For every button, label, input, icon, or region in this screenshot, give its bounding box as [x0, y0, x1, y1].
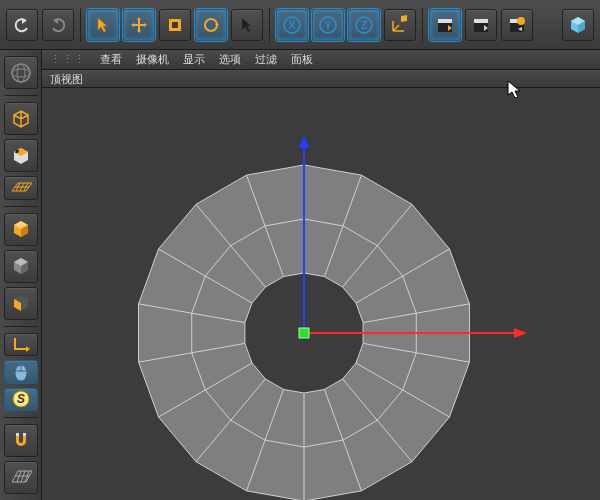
rotate-icon — [201, 15, 221, 35]
z-icon: Z — [354, 15, 374, 35]
menu-panel[interactable]: 面板 — [291, 52, 313, 67]
svg-rect-1 — [172, 22, 178, 28]
svg-rect-11 — [438, 19, 452, 23]
z-axis-button[interactable]: Z — [348, 9, 380, 41]
anim-b-button[interactable] — [465, 9, 497, 41]
checker-icon — [10, 145, 32, 167]
cube-wire-icon — [10, 108, 32, 130]
checker-button[interactable] — [4, 139, 38, 172]
svg-text:Y: Y — [324, 19, 332, 31]
divider — [4, 326, 38, 327]
x-axis-button[interactable]: X — [276, 9, 308, 41]
clapper-gear-icon — [507, 15, 527, 35]
viewport-label: 顶视图 — [42, 70, 600, 88]
menu-options[interactable]: 选项 — [219, 52, 241, 67]
select-tool-button[interactable] — [87, 9, 119, 41]
svg-text:Z: Z — [361, 19, 368, 31]
svg-text:X: X — [288, 19, 296, 31]
cube-cyan-icon — [567, 14, 589, 36]
viewport-canvas[interactable] — [42, 88, 600, 500]
s-circle-icon: S — [12, 390, 30, 408]
svg-rect-48 — [299, 328, 309, 338]
cursor-dark-icon — [237, 15, 257, 35]
move-icon — [129, 15, 149, 35]
viewport: ⋮⋮⋮ 查看 摄像机 显示 选项 过滤 面板 顶视图 — [42, 50, 600, 500]
x-icon: X — [282, 15, 302, 35]
globe-icon — [9, 61, 33, 85]
workplane-button[interactable] — [4, 461, 38, 494]
mouse-mode-button[interactable] — [4, 360, 38, 383]
move-tool-button[interactable] — [123, 9, 155, 41]
rotate-tool-button[interactable] — [195, 9, 227, 41]
menu-camera[interactable]: 摄像机 — [136, 52, 169, 67]
grid-gray-icon — [10, 468, 32, 486]
y-icon: Y — [318, 15, 338, 35]
object-mode-button[interactable] — [4, 250, 38, 283]
axis-handle-button[interactable] — [4, 333, 38, 356]
floor-button[interactable] — [4, 176, 38, 199]
redo-button[interactable] — [42, 9, 74, 41]
svg-rect-27 — [23, 433, 26, 436]
undo-icon — [12, 15, 32, 35]
magnet-button[interactable] — [4, 424, 38, 457]
anim-c-button[interactable] — [501, 9, 533, 41]
svg-rect-26 — [16, 433, 19, 436]
y-axis-button[interactable]: Y — [312, 9, 344, 41]
cursor-icon — [93, 15, 113, 35]
geometry-svg — [42, 88, 600, 500]
poly-mode-button[interactable] — [4, 287, 38, 320]
cube-gray-icon — [10, 255, 32, 277]
model-mode-button[interactable] — [4, 213, 38, 246]
scale-tool-button[interactable] — [159, 9, 191, 41]
cube-face-icon — [10, 292, 32, 314]
separator — [80, 8, 81, 42]
cube-orange-icon — [10, 218, 32, 240]
left-toolbar: S — [0, 50, 42, 500]
lasso-tool-button[interactable] — [231, 9, 263, 41]
svg-point-16 — [517, 17, 525, 25]
svg-rect-9 — [401, 15, 407, 22]
globe-button[interactable] — [4, 56, 38, 89]
svg-point-17 — [12, 64, 30, 82]
menu-display[interactable]: 显示 — [183, 52, 205, 67]
menu-grip-icon[interactable]: ⋮⋮⋮ — [50, 53, 86, 66]
anim-a-button[interactable] — [429, 9, 461, 41]
divider — [4, 417, 38, 418]
separator — [422, 8, 423, 42]
grid-orange-icon — [10, 181, 32, 195]
s-mode-button[interactable]: S — [4, 388, 38, 411]
svg-point-18 — [12, 69, 30, 77]
scale-icon — [165, 15, 185, 35]
menu-filter[interactable]: 过滤 — [255, 52, 277, 67]
clapper-b-icon — [471, 15, 491, 35]
viewcube-button[interactable] — [562, 9, 594, 41]
svg-text:S: S — [16, 392, 24, 406]
magnet-icon — [11, 430, 31, 450]
viewport-menu: ⋮⋮⋮ 查看 摄像机 显示 选项 过滤 面板 — [42, 50, 600, 70]
divider — [4, 95, 38, 96]
redo-icon — [48, 15, 68, 35]
menu-view[interactable]: 查看 — [100, 52, 122, 67]
svg-rect-13 — [474, 19, 488, 23]
divider — [4, 206, 38, 207]
svg-point-19 — [17, 64, 25, 82]
undo-button[interactable] — [6, 9, 38, 41]
top-toolbar: X Y Z — [0, 0, 600, 50]
axis-mode-button[interactable] — [384, 9, 416, 41]
separator — [269, 8, 270, 42]
clapper-a-icon — [435, 15, 455, 35]
make-editable-button[interactable] — [4, 102, 38, 135]
mouse-icon — [13, 363, 29, 381]
axis-cube-icon — [390, 15, 410, 35]
l-axis-icon — [11, 336, 31, 352]
